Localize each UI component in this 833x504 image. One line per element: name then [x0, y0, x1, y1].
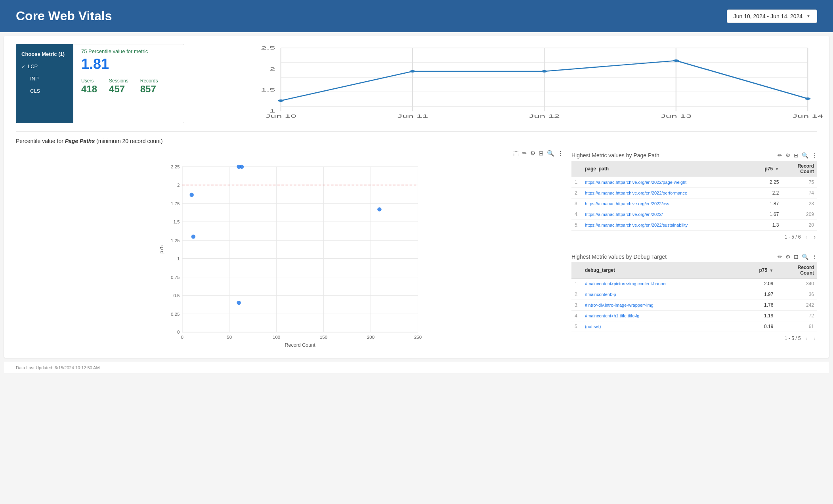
stat-sessions: Sessions 457: [109, 78, 128, 95]
table-row: 2. #maincontent>p 1.97 36: [571, 289, 817, 300]
row-p75: 1.3: [750, 220, 782, 231]
sort-arrow-p75: ▼: [775, 167, 779, 171]
svg-text:0.75: 0.75: [171, 275, 180, 280]
page-path-table-header-row: page_path p75 ▼ RecordCount: [571, 161, 817, 177]
debug-table-header-row: debug_target p75 ▼ RecordCount: [571, 262, 817, 279]
settings-icon-pp[interactable]: ⚙: [785, 152, 791, 158]
row-num: 2.: [571, 188, 582, 199]
metric-values: 75 Percentile value for metric 1.81 User…: [73, 44, 184, 123]
scatter-title-prefix: Percentile value for: [16, 138, 65, 144]
line-chart-svg: 2.5 2 1.5 1 Jun 10 Jun 11 Jun 12 Jun 13 …: [234, 44, 817, 123]
bottom-section: ⬚ ✏ ⚙ ⊟ 🔍 ⋮: [16, 150, 817, 350]
stat-users: Users 418: [81, 78, 97, 95]
users-label: Users: [81, 78, 97, 84]
row-num: 4.: [571, 209, 582, 220]
table-row: 4. #maincontent>h1.title.title-lg 1.19 7…: [571, 311, 817, 321]
percentile-label: 75 Percentile value for metric: [81, 48, 176, 54]
svg-text:0.25: 0.25: [171, 312, 180, 317]
debug-pagination: 1 - 5 / 5 ‹ ›: [571, 332, 817, 345]
scatter-chart-svg: 0 0.25 0.5 0.75 1 1.25 1.5 1.75 2 2.25 0…: [16, 158, 564, 349]
row-p75: 1.87: [750, 199, 782, 209]
edit-icon-dt[interactable]: ✏: [778, 254, 782, 260]
debug-prev-button[interactable]: ‹: [804, 334, 809, 342]
row-p75-dt: 1.76: [739, 300, 776, 311]
filter-icon-dt[interactable]: ⊟: [794, 254, 799, 260]
row-p75: 2.25: [750, 177, 782, 188]
svg-text:1: 1: [177, 256, 180, 261]
table-row: 1. #maincontent>picture>img.content-bann…: [571, 279, 817, 289]
svg-text:250: 250: [414, 335, 422, 340]
debug-page-info: 1 - 5 / 5: [785, 336, 801, 341]
metric-inp-label: INP: [30, 76, 39, 82]
metric-lcp-label: LCP: [28, 63, 38, 69]
row-path: https://almanac.httparchive.org/en/2022/…: [582, 220, 750, 231]
more-icon[interactable]: ⋮: [558, 150, 564, 157]
search-icon[interactable]: 🔍: [547, 150, 554, 157]
debug-next-button[interactable]: ›: [812, 334, 817, 342]
debug-table: debug_target p75 ▼ RecordCount 1. #mainc…: [571, 262, 817, 332]
filter-icon-pp[interactable]: ⊟: [794, 152, 799, 158]
date-range-picker[interactable]: Jun 10, 2024 - Jun 14, 2024 ▼: [727, 10, 817, 23]
line-chart: 2.5 2 1.5 1 Jun 10 Jun 11 Jun 12 Jun 13 …: [234, 44, 817, 123]
select-icon[interactable]: ⬚: [513, 150, 519, 157]
page-path-page-info: 1 - 5 / 6: [785, 234, 801, 240]
row-num-dt: 3.: [571, 300, 582, 311]
row-count: 20: [782, 220, 817, 231]
debug-table-title: Highest Metric values by Debug Target: [571, 254, 667, 260]
settings-icon[interactable]: ⚙: [530, 150, 535, 157]
page-path-table-body: 1. https://almanac.httparchive.org/en/20…: [571, 177, 817, 231]
settings-icon-dt[interactable]: ⚙: [785, 254, 791, 260]
metric-item-lcp[interactable]: ✓ LCP: [16, 60, 73, 73]
scatter-title-suffix: (minimum 20 record count): [95, 138, 162, 144]
edit-icon[interactable]: ✏: [522, 150, 527, 157]
row-count-dt: 242: [776, 300, 817, 311]
svg-text:Jun 11: Jun 11: [397, 114, 428, 118]
row-target: #maincontent>picture>img.content-banner: [582, 279, 739, 289]
row-num: 3.: [571, 199, 582, 209]
more-icon-pp[interactable]: ⋮: [812, 152, 817, 158]
svg-text:1.75: 1.75: [171, 201, 180, 206]
svg-text:150: 150: [320, 335, 327, 340]
sessions-value: 457: [109, 84, 128, 95]
svg-text:0: 0: [177, 330, 180, 334]
scatter-container: ⬚ ✏ ⚙ ⊟ 🔍 ⋮: [16, 150, 564, 350]
search-icon-pp[interactable]: 🔍: [802, 152, 808, 158]
metric-item-cls[interactable]: CLS: [16, 85, 73, 97]
scatter-title-bold: Page Paths: [65, 138, 95, 144]
row-p75: 2.2: [750, 188, 782, 199]
col-record-count: RecordCount: [782, 161, 817, 177]
more-icon-dt[interactable]: ⋮: [812, 254, 817, 260]
table-row: 5. (not set) 0.19 61: [571, 321, 817, 332]
page-title: Core Web Vitals: [16, 9, 112, 23]
page-path-prev-button[interactable]: ‹: [804, 233, 809, 241]
metric-chooser: Choose Metric (1) ✓ LCP INP CLS: [16, 44, 73, 123]
page-path-pagination: 1 - 5 / 6 ‹ ›: [571, 231, 817, 243]
col-num: [571, 161, 582, 177]
edit-icon-pp[interactable]: ✏: [778, 152, 782, 158]
svg-point-64: [237, 301, 241, 305]
row-num-dt: 2.: [571, 289, 582, 300]
row-target: #maincontent>h1.title.title-lg: [582, 311, 739, 321]
debug-table-icons: ✏ ⚙ ⊟ 🔍 ⋮: [778, 254, 817, 260]
metric-item-inp[interactable]: INP: [16, 73, 73, 85]
filter-icon[interactable]: ⊟: [539, 150, 544, 157]
debug-table-body: 1. #maincontent>picture>img.content-bann…: [571, 279, 817, 332]
svg-text:1.5: 1.5: [261, 88, 275, 92]
svg-text:Jun 12: Jun 12: [529, 114, 560, 118]
row-count: 74: [782, 188, 817, 199]
row-path: https://almanac.httparchive.org/en/2022/…: [582, 199, 750, 209]
page-path-table-header: Highest Metric values by Page Path ✏ ⚙ ⊟…: [571, 150, 817, 161]
svg-text:0: 0: [181, 335, 183, 340]
col-p75-dt: p75 ▼: [739, 262, 776, 279]
stats-row: Users 418 Sessions 457 Records 857: [81, 78, 176, 95]
col-record-count-dt: RecordCount: [776, 262, 817, 279]
col-p75: p75 ▼: [750, 161, 782, 177]
search-icon-dt[interactable]: 🔍: [802, 254, 808, 260]
svg-point-63: [240, 165, 244, 169]
metric-chooser-title: Choose Metric (1): [16, 48, 73, 60]
row-p75-dt: 2.09: [739, 279, 776, 289]
col-page-path: page_path: [582, 161, 750, 177]
svg-text:1: 1: [269, 109, 275, 113]
metric-panel: Choose Metric (1) ✓ LCP INP CLS 75 Perce…: [16, 44, 222, 123]
page-path-next-button[interactable]: ›: [812, 233, 817, 241]
